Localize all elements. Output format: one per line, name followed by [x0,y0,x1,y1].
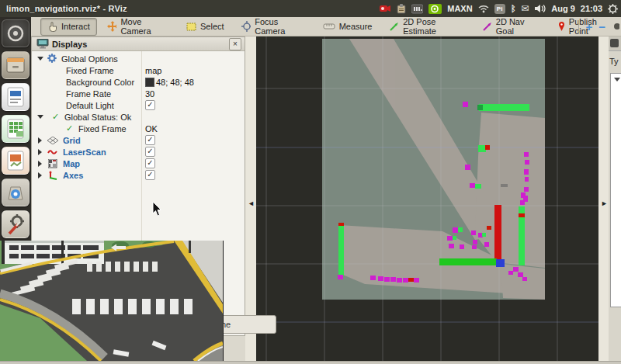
row-label: Frame Rate [66,89,111,99]
mail-icon[interactable]: ✉ [521,3,529,14]
row-label: Fixed Frame [66,66,114,75]
launcher-software-center-icon[interactable] [2,179,29,206]
collapse-right-arrow-icon[interactable]: ► [601,199,608,207]
panel-splitter-left[interactable]: ◄ [245,36,256,361]
row-label: Default Light [66,101,114,110]
views-type-label: Ty [609,57,619,66]
launcher-calc-icon[interactable] [2,115,29,143]
chevron-down-icon [614,78,620,81]
3d-viewport[interactable] [256,36,598,361]
tree-row-status-fixed-frame[interactable]: ✓ Fixed Frame OK [32,123,245,134]
tree-row-grid[interactable]: Grid [32,134,245,146]
tool-focus-camera[interactable]: Focus Camera [234,18,313,36]
tool-2d-nav-goal[interactable]: 2D Nav Goal [475,18,547,36]
unity-launcher [0,17,31,242]
interact-hand-icon [47,22,57,32]
expander-right-icon[interactable] [38,172,42,179]
session-gear-icon[interactable] [608,4,618,14]
grid-enabled-checkbox[interactable] [145,135,155,145]
clipboard-icon[interactable] [397,4,406,14]
axes-enabled-checkbox[interactable] [145,170,155,180]
publish-point-pin-icon [557,21,565,32]
system-top-bar: limon_navigation.rviz* - RViz MAXN Pi ᛒ … [0,0,621,17]
close-icon[interactable]: × [229,38,241,50]
launcher-writer-icon[interactable] [2,83,29,111]
volume-icon[interactable] [534,4,546,13]
tool-move-camera[interactable]: Move Camera [100,18,176,36]
row-value: OK [145,124,158,133]
input-method-icon[interactable] [411,4,423,14]
tool-label: Focus Camera [255,17,305,36]
toolbar-overflow-icon[interactable] [612,23,619,30]
monitor-icon [36,39,49,49]
toolbar-separator [578,20,579,33]
launcher-impress-icon[interactable] [2,147,29,175]
measure-icon [323,23,335,30]
remove-tool-button[interactable]: − [598,21,605,33]
map-enabled-checkbox[interactable] [145,158,155,168]
views-panel-icon [610,39,619,47]
status-ok-check-icon: ✓ [66,123,73,133]
nvidia-icon[interactable] [428,4,442,14]
tool-interact[interactable]: Interact [40,18,97,36]
tree-row-default-light[interactable]: Default Light [32,99,245,111]
gear-icon [47,54,57,63]
views-panel-header[interactable] [609,36,621,51]
tool-label: Move Camera [120,17,169,36]
add-tool-button[interactable]: + [585,21,592,33]
views-panel-partial: Ty [609,36,621,361]
axes-display-icon [47,171,57,180]
expander-down-icon[interactable] [37,57,43,61]
row-value[interactable]: 48; 48; 48 [156,78,194,87]
time-label[interactable]: 21:03 [581,4,602,13]
bluetooth-icon[interactable]: ᛒ [511,4,516,13]
expander-right-icon[interactable] [38,137,42,144]
views-type-dropdown[interactable] [610,73,621,307]
expander-right-icon[interactable] [38,161,42,167]
tree-row-global-status[interactable]: ✓ Global Status: Ok [32,111,245,123]
tree-row-map[interactable]: Map [32,158,245,169]
launcher-files-icon[interactable] [2,51,29,79]
displays-panel-header[interactable]: Displays × [32,37,245,51]
performance-mode-label[interactable]: MAXN [447,4,472,13]
default-light-checkbox[interactable] [145,100,155,110]
launcher-system-settings-icon[interactable] [2,210,29,238]
date-label[interactable]: Aug 9 [551,4,575,13]
row-label: Map [63,159,80,168]
pose-estimate-arrow-icon [389,21,399,32]
map-display-icon [48,159,57,168]
tool-2d-pose-estimate[interactable]: 2D Pose Estimate [382,18,472,36]
tool-select[interactable]: Select [179,18,231,36]
focus-camera-icon [241,21,252,32]
pi-indicator-icon[interactable]: Pi [494,4,505,14]
color-swatch[interactable] [145,78,154,87]
rename-button-partial[interactable]: ne [217,315,276,334]
tree-row-laserscan[interactable]: LaserScan [32,146,245,158]
panel-splitter-right[interactable]: ► [598,36,609,361]
tree-row-fixed-frame[interactable]: Fixed Frame map [32,64,245,76]
window-title: limon_navigation.rviz* - RViz [6,4,127,13]
displays-panel-title: Displays [52,40,87,49]
wifi-icon[interactable] [478,5,489,13]
tool-label: 2D Pose Estimate [403,17,465,36]
nav-goal-arrow-icon [482,21,492,32]
laserscan-enabled-checkbox[interactable] [145,147,155,157]
axis-z-blue [496,259,505,267]
tree-row-global-options[interactable]: Global Options [32,53,245,64]
collapse-left-arrow-icon[interactable]: ◄ [248,199,255,207]
tree-row-frame-rate[interactable]: Frame Rate 30 [32,88,245,99]
wall-scan-top [479,104,529,111]
screen-record-icon[interactable] [379,4,391,13]
row-value[interactable]: 30 [145,89,154,99]
expander-right-icon[interactable] [38,149,42,155]
tree-row-background-color[interactable]: Background Color 48; 48; 48 [32,76,245,88]
launcher-ubuntu-dash-icon[interactable] [2,19,29,47]
expander-down-icon[interactable] [37,115,43,119]
camera-view [0,241,224,362]
row-value[interactable]: map [145,66,161,75]
tree-row-axes[interactable]: Axes [32,169,245,181]
pi-indicator-label: Pi [497,5,503,12]
tool-measure[interactable]: Measure [316,18,380,36]
camera-road-scene [0,241,223,361]
axis-y-green [439,258,497,265]
